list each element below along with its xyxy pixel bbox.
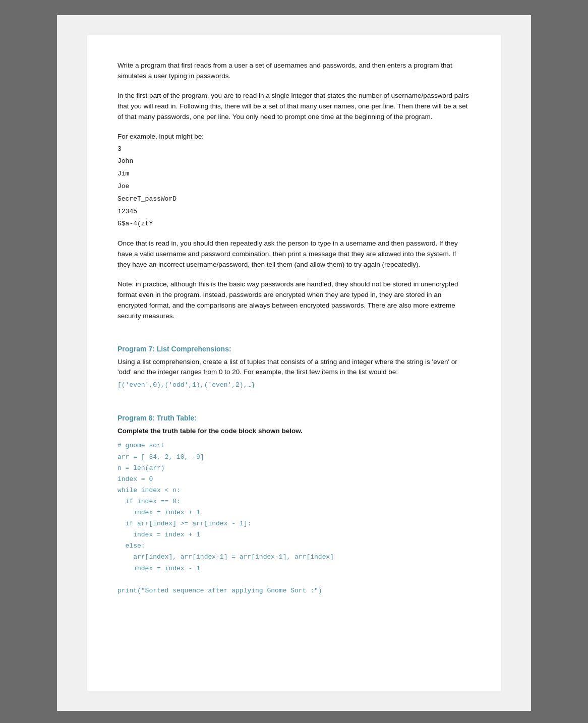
code-line-7: index = index + 1 [117,507,471,518]
program7-heading: Program 7: List Comprehensions: [117,345,471,353]
code-line-12: index = index - 1 [117,563,471,574]
code-line-10: else: [117,540,471,552]
code-line-2: arr = [ 34, 2, 10, -9] [117,452,471,463]
example-code: 3 John Jim Joe SecreT_passWorD 12345 G$a… [117,144,471,230]
program6-paragraph1: Write a program that first reads from a … [117,61,471,82]
content-area: Write a program that first reads from a … [87,35,501,691]
example-line-1: 3 [117,144,471,155]
example-line-2: John [117,156,471,167]
code-line-3: n = len(arr) [117,463,471,474]
code-line-6: if index == 0: [117,496,471,507]
divider2 [117,400,471,409]
code-line-9: index = index + 1 [117,529,471,540]
program8-section: Program 8: Truth Table: Complete the tru… [117,414,471,596]
code-line-1: # gnome sort [117,440,471,451]
example-line-5: SecreT_passWorD [117,194,471,205]
program7-example: [('even',0),('odd',1),('even',2),…} [117,380,471,390]
example-line-7: G$a-4(ztY [117,219,471,229]
code-line-blank [117,574,471,585]
program8-code: # gnome sort arr = [ 34, 2, 10, -9] n = … [117,440,471,596]
program6-example-block: For example, input might be: 3 John Jim … [117,132,471,230]
example-label: For example, input might be: [117,132,471,142]
example-line-6: 12345 [117,207,471,217]
program8-paragraph: Complete the truth table for the code bl… [117,426,471,437]
program6-paragraph2: In the first part of the program, you ar… [117,91,471,123]
program8-heading: Program 8: Truth Table: [117,414,471,422]
code-line-11: arr[index], arr[index-1] = arr[index-1],… [117,552,471,563]
program6-paragraph3: Once that is read in, you should then re… [117,238,471,270]
example-line-3: Jim [117,169,471,179]
code-line-8: if arr[index] >= arr[index - 1]: [117,518,471,529]
program6-paragraph4: Note: in practice, although this is the … [117,279,471,322]
code-line-5: while index < n: [117,485,471,496]
divider1 [117,331,471,340]
page-container: Write a program that first reads from a … [57,15,531,711]
code-line-4: index = 0 [117,474,471,485]
program7-paragraph: Using a list comprehension, create a lis… [117,357,471,378]
example-line-4: Joe [117,182,471,192]
code-line-13: print("Sorted sequence after applying Gn… [117,585,471,596]
program7-section: Program 7: List Comprehensions: Using a … [117,345,471,391]
